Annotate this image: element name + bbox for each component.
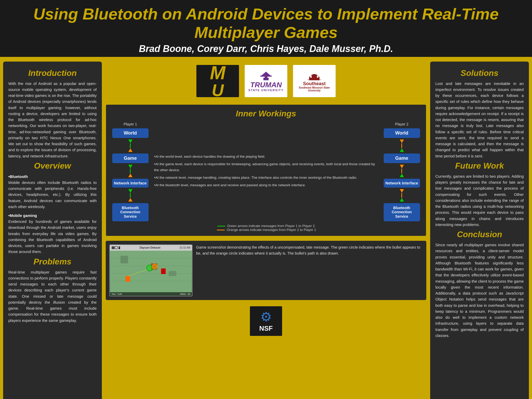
- svg-rect-3: [260, 76, 272, 77]
- mu-letter-m: M: [210, 64, 225, 82]
- vert-green-1: [130, 143, 131, 148]
- hud-you: You: +120: [111, 293, 122, 295]
- player1-network-box: Network Interface: [112, 179, 149, 188]
- down-orange-arrow-1: [400, 139, 404, 143]
- se-sub: Southeast Missouri State University: [293, 86, 336, 92]
- svg-rect-17: [125, 276, 130, 282]
- svg-rect-7: [310, 76, 312, 78]
- introduction-title: Introduction: [8, 68, 97, 78]
- truman-building-icon: [258, 70, 274, 80]
- introduction-body: With the rise of Android as a popular an…: [8, 81, 97, 159]
- player2-game-network-arrows: [400, 165, 404, 177]
- player2-world-game-arrows: [400, 139, 404, 152]
- future-work-title: Future Work: [435, 161, 524, 171]
- svg-rect-16: [169, 271, 176, 276]
- player2-network-bt-arrows: [400, 189, 404, 202]
- bullet-text: •At the world level, each device handles…: [154, 154, 378, 190]
- down-green-arrow-1: [128, 139, 132, 143]
- page-title: Using Bluetooth on Android Devices to Im…: [8, 5, 524, 42]
- screenshot-panel: ⬛🔲📱 Daycare Debacle 10:32 AM: [105, 240, 427, 301]
- left-column: Introduction With the rise of Android as…: [3, 62, 102, 399]
- truman-logo-box: TRUMAN STATE UNIVERSITY: [244, 64, 288, 98]
- se-text: Southeast: [293, 81, 336, 87]
- player1-column: Player 1 World Game Network Interface: [110, 122, 150, 222]
- green-legend-line: [217, 226, 225, 227]
- vert-orange-1: [401, 143, 402, 148]
- nsf-text: NSF: [259, 324, 273, 332]
- screenshot-caption: Game screenshot demonstrating the effect…: [196, 244, 423, 256]
- center-column: M U TRUMAN STATE UNIVERSITY: [105, 62, 427, 399]
- up-green-arrow-2: [400, 174, 404, 177]
- game-canvas: You: +120 Other: -60: [110, 251, 192, 296]
- orange-legend-line: [217, 230, 225, 230]
- mu-logo: M U: [210, 64, 225, 98]
- svg-rect-18: [161, 268, 166, 274]
- inner-diagram: Player 1 World Game Network Interface: [110, 122, 422, 222]
- truman-logo: TRUMAN STATE UNIVERSITY: [248, 70, 284, 92]
- se-dome-icon: [307, 70, 322, 80]
- vert-orange-2: [401, 169, 402, 173]
- conclusion-body: Since nearly all multiplayer games invol…: [435, 242, 524, 338]
- future-work-body: Currently, games are limited to two play…: [435, 173, 524, 228]
- southeast-logo-box: Southeast Southeast Missouri State Unive…: [292, 64, 336, 98]
- bullet2: •At the game level, each device is respo…: [154, 161, 378, 173]
- right-column: Solutions Lost and late messages are ine…: [430, 62, 529, 399]
- solutions-body: Lost and late messages are inevitable in…: [435, 81, 524, 159]
- game-title-bar: Daycare Debacle: [123, 246, 177, 249]
- overview-title: Overview: [8, 161, 97, 171]
- game-hud: You: +120 Other: -60: [110, 292, 192, 296]
- main-content: Introduction With the rise of Android as…: [0, 58, 532, 399]
- svg-point-21: [152, 264, 157, 269]
- game-topbar: ⬛🔲📱 Daycare Debacle 10:32 AM: [110, 245, 192, 251]
- up-orange-arrow-2: [128, 174, 132, 177]
- problems-body: Real-time multiplayer games require fast…: [8, 269, 97, 323]
- nsf-logo-box: ⚙ NSF: [249, 305, 283, 337]
- bullet4: •At the bluetooth level, messages are se…: [154, 182, 378, 188]
- player1-world-box: World: [112, 128, 149, 138]
- vert-green-3: [130, 193, 131, 198]
- solutions-title: Solutions: [435, 68, 524, 78]
- up-green-arrow-3: [400, 198, 404, 202]
- player2-bt-box: Bluetooth Connection Service: [384, 203, 420, 221]
- up-green-arrow-1: [400, 148, 404, 152]
- player1-network-bt-arrows: [128, 189, 132, 202]
- player1-world-game-arrows: [128, 139, 132, 152]
- svg-rect-14: [121, 256, 128, 263]
- vert-orange-3: [401, 193, 402, 198]
- legend-green-text: Green arrows indicate messages from Play…: [227, 224, 316, 228]
- down-orange-arrow-2: [400, 165, 404, 168]
- mobile-body: Evidenced by hundreds of games available…: [8, 218, 97, 255]
- conclusion-title: Conclusion: [435, 230, 524, 239]
- player2-game-box: Game: [384, 154, 420, 163]
- diagram-middle-text: •At the world level, each device handles…: [151, 122, 381, 222]
- up-orange-arrow-3: [128, 198, 132, 202]
- inner-workings-panel: Inner Workings Player 1 World Game: [105, 104, 427, 237]
- up-orange-arrow-1: [128, 148, 132, 152]
- player2-label: Player 2: [395, 122, 408, 126]
- truman-sub: STATE UNIVERSITY: [248, 89, 284, 92]
- nsf-gear-icon: ⚙: [260, 309, 272, 324]
- bluetooth-body: Mobile devices often include Bluetooth r…: [8, 179, 97, 210]
- svg-rect-6: [313, 72, 315, 74]
- svg-rect-8: [317, 76, 318, 78]
- legend-orange: Orange arrows indicate messages from Pla…: [110, 228, 422, 232]
- mobile-head: •Mobile gaming: [8, 213, 97, 218]
- down-green-arrow-3: [128, 189, 132, 193]
- game-time: 10:32 AM: [179, 246, 190, 249]
- down-green-arrow-2: [128, 165, 132, 168]
- logos-row: M U TRUMAN STATE UNIVERSITY: [105, 62, 427, 101]
- inner-workings-title: Inner Workings: [110, 109, 422, 118]
- game-screenshot: ⬛🔲📱 Daycare Debacle 10:32 AM: [109, 244, 192, 296]
- bullet3: •At the network level, message handling,…: [154, 175, 378, 181]
- header: Using Bluetooth on Android Devices to Im…: [0, 0, 532, 58]
- player1-game-box: Game: [112, 154, 149, 163]
- vert-green-2: [130, 169, 131, 173]
- bullet1: •At the world level, each device handles…: [154, 154, 378, 160]
- mu-logo-box: M U: [196, 64, 240, 98]
- mu-letter-u: U: [210, 82, 225, 98]
- player2-world-box: World: [384, 128, 420, 138]
- player1-game-network-arrows: [128, 165, 132, 177]
- nsf-row: ⚙ NSF: [105, 305, 427, 337]
- bluetooth-head: •Bluetooth: [8, 174, 97, 179]
- game-map-svg: [110, 251, 192, 296]
